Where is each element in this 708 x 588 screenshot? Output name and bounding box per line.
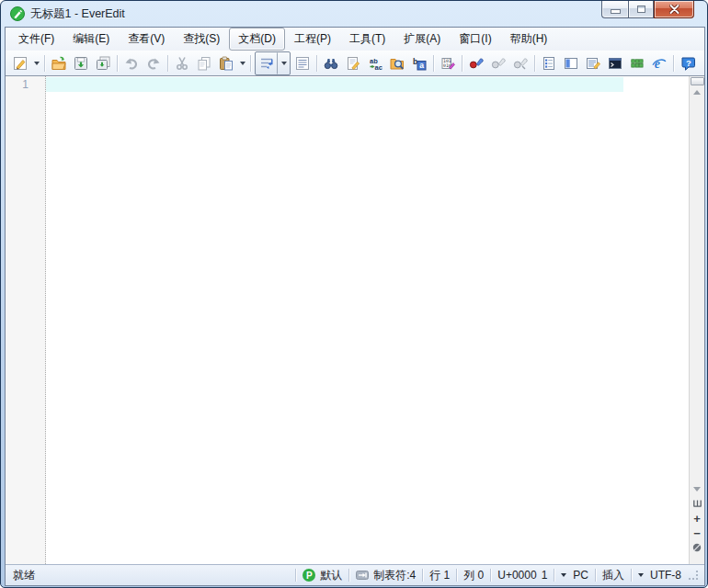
find-in-files-icon bbox=[390, 56, 405, 71]
zoom-out-button[interactable]: − bbox=[691, 526, 704, 540]
encoding-panel[interactable]: UTF-8 bbox=[638, 569, 681, 582]
save-icon bbox=[74, 56, 88, 71]
side-panel-button[interactable] bbox=[560, 52, 582, 74]
line-breaks-icon bbox=[295, 56, 310, 71]
insert-mode-panel[interactable]: 插入 bbox=[602, 568, 624, 583]
help-button[interactable]: ? bbox=[677, 52, 699, 74]
save-file-button[interactable] bbox=[70, 52, 92, 74]
syntax-mode-label: 默认 bbox=[320, 568, 342, 583]
title-bar[interactable]: 无标题1 - EverEdit bbox=[1, 1, 707, 27]
split-view-handle[interactable] bbox=[691, 77, 704, 85]
close-button[interactable] bbox=[654, 1, 694, 18]
browser-ie-icon: e bbox=[652, 56, 667, 71]
word-wrap-group bbox=[255, 51, 291, 75]
status-separator bbox=[295, 569, 296, 582]
save-all-button[interactable] bbox=[92, 52, 114, 74]
find-button[interactable] bbox=[320, 52, 342, 74]
toolbar-separator bbox=[433, 55, 434, 72]
line-label: 行 1 bbox=[429, 568, 450, 583]
line-ending-panel[interactable]: PC bbox=[561, 569, 588, 582]
status-separator bbox=[348, 569, 349, 582]
color-blocks-button[interactable] bbox=[626, 52, 648, 74]
menu-item-project[interactable]: 工程(P) bbox=[285, 28, 340, 51]
document-map-button[interactable] bbox=[691, 496, 704, 511]
window-title: 无标题1 - EverEdit bbox=[30, 6, 125, 22]
svg-text:a: a bbox=[419, 61, 424, 70]
line-ending-label: PC bbox=[573, 569, 588, 582]
word-wrap-dropdown[interactable] bbox=[278, 53, 290, 74]
minimize-button[interactable] bbox=[601, 1, 628, 18]
replace-icon bbox=[346, 56, 360, 71]
menu-item-help[interactable]: 帮助(H) bbox=[501, 28, 557, 51]
highlight-word-button[interactable]: b a bbox=[408, 52, 430, 74]
text-content[interactable] bbox=[46, 76, 689, 564]
cut-button bbox=[171, 52, 193, 74]
minimize-icon bbox=[611, 9, 621, 14]
record-macro-icon bbox=[469, 56, 484, 71]
status-separator bbox=[554, 569, 554, 582]
menu-item-file[interactable]: 文件(F) bbox=[9, 28, 63, 51]
replace-next-button[interactable]: ab ac bbox=[364, 52, 386, 74]
chevron-down-icon bbox=[240, 62, 246, 65]
menu-item-edit[interactable]: 编辑(E) bbox=[63, 28, 119, 51]
status-separator bbox=[422, 569, 423, 582]
paste-icon bbox=[219, 56, 234, 71]
resize-grip[interactable] bbox=[689, 571, 699, 581]
highlight-word-icon: b a bbox=[412, 56, 427, 71]
tab-width-panel[interactable]: 制表符:4 bbox=[356, 568, 416, 583]
save-all-icon bbox=[96, 56, 110, 71]
line-number-gutter: 1 bbox=[6, 76, 46, 564]
scroll-up-button[interactable] bbox=[691, 85, 704, 99]
terminal-icon bbox=[608, 56, 622, 71]
hex-edit-button[interactable]: 101 010 bbox=[437, 52, 459, 74]
paste-button[interactable] bbox=[215, 52, 237, 74]
zoom-in-button[interactable]: + bbox=[691, 511, 704, 526]
find-in-files-button[interactable] bbox=[386, 52, 408, 74]
undo-button bbox=[120, 52, 143, 74]
record-macro-button[interactable] bbox=[465, 52, 487, 74]
word-wrap-button[interactable] bbox=[256, 52, 278, 74]
tab-width-label: 制表符:4 bbox=[373, 568, 416, 583]
document-map-icon bbox=[693, 500, 702, 507]
redo-icon bbox=[146, 56, 161, 71]
binoculars-icon bbox=[324, 56, 338, 71]
line-panel[interactable]: 行 1 bbox=[429, 568, 450, 583]
menu-item-extensions[interactable]: 扩展(A) bbox=[394, 28, 450, 51]
browser-preview-button[interactable]: e bbox=[648, 52, 670, 74]
new-file-dropdown[interactable] bbox=[31, 53, 41, 74]
document-outline-button[interactable] bbox=[538, 52, 560, 74]
scroll-down-button[interactable] bbox=[691, 482, 704, 496]
zoom-reset-button[interactable] bbox=[691, 540, 704, 555]
column-label: 列 0 bbox=[463, 568, 484, 583]
play-macro-button bbox=[487, 52, 509, 74]
new-file-button[interactable] bbox=[9, 52, 31, 74]
insert-mode-label: 插入 bbox=[602, 568, 624, 583]
arrow-down-icon bbox=[693, 487, 701, 492]
terminal-button[interactable] bbox=[604, 52, 626, 74]
toolbar-separator bbox=[117, 55, 118, 72]
menu-item-view[interactable]: 查看(V) bbox=[119, 28, 174, 51]
toolbar-separator bbox=[250, 55, 251, 72]
copy-button bbox=[193, 52, 215, 74]
replace-button[interactable] bbox=[342, 52, 364, 74]
unicode-panel: U+0000 1 bbox=[497, 569, 547, 582]
redo-button bbox=[143, 52, 165, 74]
menu-item-window[interactable]: 窗口(I) bbox=[450, 28, 500, 51]
syntax-mode-panel[interactable]: P 默认 bbox=[303, 568, 342, 583]
column-edit-button[interactable] bbox=[582, 52, 604, 74]
status-separator bbox=[595, 569, 596, 582]
side-panel-icon bbox=[564, 56, 578, 71]
restore-button[interactable] bbox=[628, 1, 654, 18]
status-separator bbox=[631, 569, 632, 582]
menu-item-tools[interactable]: 工具(T) bbox=[340, 28, 394, 51]
paste-dropdown[interactable] bbox=[237, 53, 247, 74]
column-panel[interactable]: 列 0 bbox=[463, 568, 484, 583]
menu-item-document[interactable]: 文档(D) bbox=[229, 28, 285, 51]
tab-icon bbox=[356, 571, 369, 580]
app-icon bbox=[10, 6, 25, 21]
vertical-scrollbar[interactable]: + − bbox=[689, 76, 704, 564]
menu-item-search[interactable]: 查找(S) bbox=[174, 28, 229, 51]
play-macro-icon bbox=[491, 56, 506, 71]
show-line-breaks-button[interactable] bbox=[291, 52, 314, 74]
open-file-button[interactable] bbox=[48, 52, 70, 74]
